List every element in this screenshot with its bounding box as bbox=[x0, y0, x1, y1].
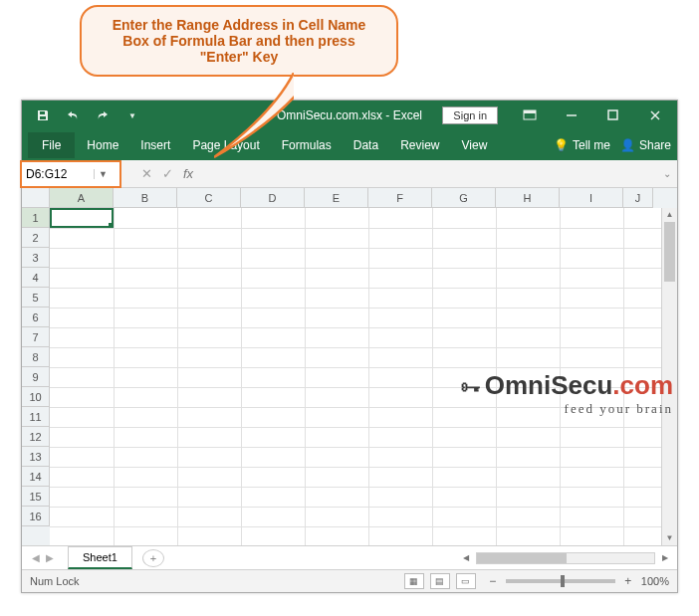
enter-icon[interactable]: ✓ bbox=[162, 166, 173, 181]
watermark-slogan: feed your brain bbox=[461, 401, 673, 417]
tab-review[interactable]: Review bbox=[390, 132, 449, 158]
horizontal-scrollbar[interactable] bbox=[476, 552, 655, 564]
status-bar: Num Lock ▦ ▤ ▭ − + 100% bbox=[22, 570, 677, 592]
maximize-icon[interactable] bbox=[593, 102, 633, 129]
row-header[interactable]: 14 bbox=[22, 467, 50, 487]
col-header[interactable]: J bbox=[623, 188, 653, 208]
watermark: 🗝 OmniSecu.com feed your brain bbox=[461, 370, 673, 417]
row-header[interactable]: 12 bbox=[22, 427, 50, 447]
excel-window: ▼ OmniSecu.com.xlsx - Excel Sign in File… bbox=[21, 100, 678, 593]
active-cell[interactable] bbox=[50, 208, 114, 228]
row-header[interactable]: 3 bbox=[22, 248, 50, 268]
sheet-tabs-bar: ◀ ▶ Sheet1 + ◀ ▶ bbox=[22, 546, 677, 570]
col-header[interactable]: B bbox=[114, 188, 177, 208]
zoom-slider[interactable] bbox=[506, 579, 615, 583]
view-pagebreak-icon[interactable]: ▭ bbox=[456, 573, 476, 589]
save-icon[interactable] bbox=[30, 103, 56, 128]
hscroll-right-icon[interactable]: ▶ bbox=[659, 553, 671, 562]
qat-dropdown-icon[interactable]: ▼ bbox=[119, 103, 145, 128]
col-header[interactable]: C bbox=[177, 188, 241, 208]
scroll-thumb[interactable] bbox=[664, 222, 675, 282]
window-title: OmniSecu.com.xlsx - Excel bbox=[277, 108, 422, 122]
callout-text: Enter the Range Address in Cell Name Box… bbox=[113, 17, 366, 65]
tellme-button[interactable]: 💡 Tell me bbox=[554, 138, 610, 152]
svg-rect-3 bbox=[608, 110, 617, 119]
tab-view[interactable]: View bbox=[452, 132, 498, 158]
tab-file[interactable]: File bbox=[28, 132, 75, 158]
help-callout: Enter the Range Address in Cell Name Box… bbox=[80, 5, 398, 77]
row-header[interactable]: 4 bbox=[22, 268, 50, 288]
col-header[interactable]: I bbox=[560, 188, 623, 208]
view-normal-icon[interactable]: ▦ bbox=[404, 573, 424, 589]
close-icon[interactable] bbox=[635, 102, 675, 129]
name-box-dropdown-icon[interactable]: ▼ bbox=[94, 169, 112, 179]
signin-button[interactable]: Sign in bbox=[442, 106, 498, 124]
col-header[interactable]: E bbox=[305, 188, 368, 208]
undo-icon[interactable] bbox=[60, 103, 86, 128]
zoom-level[interactable]: 100% bbox=[641, 575, 669, 587]
sheet-nav-next-icon[interactable]: ▶ bbox=[46, 552, 54, 563]
svg-rect-1 bbox=[524, 110, 536, 113]
col-header[interactable]: D bbox=[241, 188, 305, 208]
row-header[interactable]: 6 bbox=[22, 308, 50, 327]
sheet-tab[interactable]: Sheet1 bbox=[68, 546, 132, 569]
row-header[interactable]: 15 bbox=[22, 487, 50, 507]
zoom-out-button[interactable]: − bbox=[486, 574, 500, 588]
scroll-down-icon[interactable]: ▼ bbox=[662, 531, 677, 545]
titlebar: ▼ OmniSecu.com.xlsx - Excel Sign in bbox=[22, 101, 677, 130]
fx-icon[interactable]: fx bbox=[183, 166, 193, 181]
ribbon: File Home Insert Page Layout Formulas Da… bbox=[22, 130, 677, 160]
lightbulb-icon: 💡 bbox=[554, 138, 569, 152]
formula-bar: ▼ ✕ ✓ fx ⌄ bbox=[22, 160, 677, 188]
key-icon: 🗝 bbox=[461, 376, 481, 399]
hscroll-thumb[interactable] bbox=[477, 553, 567, 563]
share-icon: 👤 bbox=[620, 138, 635, 152]
expand-formula-bar-icon[interactable]: ⌄ bbox=[663, 168, 671, 179]
hscroll-left-icon[interactable]: ◀ bbox=[460, 553, 472, 562]
view-pagelayout-icon[interactable]: ▤ bbox=[430, 573, 450, 589]
name-box-input[interactable] bbox=[22, 165, 94, 183]
col-header[interactable]: G bbox=[432, 188, 496, 208]
callout-pointer bbox=[214, 73, 294, 162]
zoom-in-button[interactable]: + bbox=[621, 574, 635, 588]
col-header[interactable]: F bbox=[368, 188, 432, 208]
cancel-icon[interactable]: ✕ bbox=[141, 166, 152, 181]
col-header[interactable]: A bbox=[50, 188, 114, 208]
col-header[interactable]: H bbox=[496, 188, 560, 208]
redo-icon[interactable] bbox=[90, 103, 116, 128]
row-header[interactable]: 5 bbox=[22, 288, 50, 308]
name-box[interactable]: ▼ bbox=[20, 160, 121, 188]
row-header[interactable]: 2 bbox=[22, 228, 50, 248]
share-button[interactable]: 👤 Share bbox=[620, 138, 671, 152]
ribbon-display-icon[interactable] bbox=[510, 102, 550, 129]
row-header[interactable]: 7 bbox=[22, 327, 50, 347]
minimize-icon[interactable] bbox=[552, 102, 591, 129]
select-all-corner[interactable] bbox=[22, 188, 50, 208]
row-header[interactable]: 8 bbox=[22, 347, 50, 367]
scroll-up-icon[interactable]: ▲ bbox=[662, 208, 677, 222]
tab-home[interactable]: Home bbox=[77, 132, 128, 158]
row-header[interactable]: 10 bbox=[22, 387, 50, 407]
row-header[interactable]: 9 bbox=[22, 367, 50, 387]
row-header[interactable]: 16 bbox=[22, 507, 50, 526]
row-header[interactable]: 13 bbox=[22, 447, 50, 467]
tab-data[interactable]: Data bbox=[344, 132, 388, 158]
row-header[interactable]: 11 bbox=[22, 407, 50, 427]
tab-insert[interactable]: Insert bbox=[130, 132, 180, 158]
worksheet-area: A B C D E F G H I J 1 2 3 4 5 6 7 8 9 10 bbox=[22, 188, 677, 546]
row-header[interactable]: 1 bbox=[22, 208, 50, 228]
numlock-indicator: Num Lock bbox=[30, 575, 80, 587]
add-sheet-button[interactable]: + bbox=[142, 549, 164, 567]
sheet-nav-prev-icon[interactable]: ◀ bbox=[32, 552, 40, 563]
